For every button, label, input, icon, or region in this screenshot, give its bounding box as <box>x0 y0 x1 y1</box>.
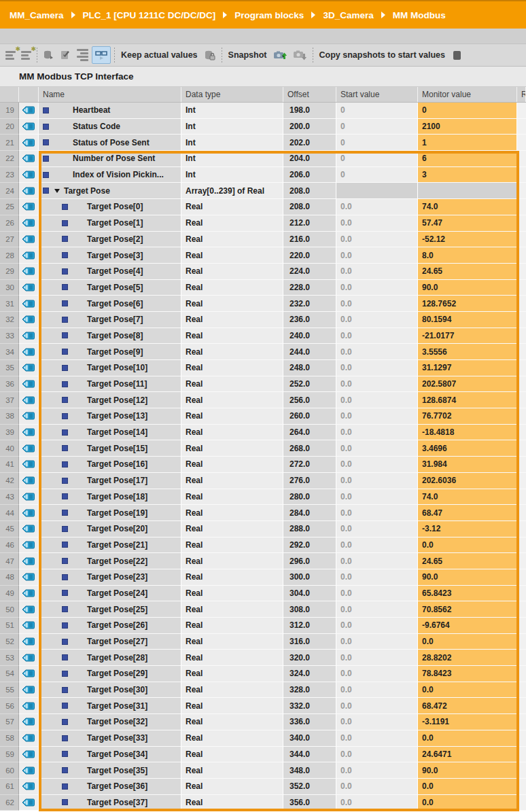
data-type-cell[interactable]: Real <box>181 553 283 569</box>
name-cell[interactable]: Target Pose[27] <box>39 634 181 650</box>
data-type-cell[interactable]: Int <box>181 167 283 183</box>
table-row[interactable]: 31Target Pose[6]Real232.00.0128.7652 <box>0 296 526 312</box>
data-type-cell[interactable]: Real <box>181 328 283 345</box>
table-row[interactable]: 21Status of Pose SentInt202.001 <box>0 135 526 151</box>
data-type-cell[interactable]: Real <box>181 199 283 215</box>
name-cell[interactable]: Target Pose[11] <box>39 376 181 393</box>
table-row[interactable]: 48Target Pose[23]Real300.00.090.0 <box>0 569 526 586</box>
table-row[interactable]: 59Target Pose[34]Real344.00.024.6471 <box>0 747 526 763</box>
start-value-cell[interactable]: 0.0 <box>336 440 418 457</box>
table-row[interactable]: 43Target Pose[18]Real280.00.074.0 <box>0 489 526 506</box>
start-value-cell[interactable]: 0.0 <box>336 473 418 489</box>
name-cell[interactable]: Target Pose[30] <box>39 682 181 699</box>
table-row[interactable]: 52Target Pose[27]Real316.00.00.0 <box>0 634 526 650</box>
header-data-type[interactable]: Data type <box>181 87 283 102</box>
name-cell[interactable]: Target Pose[28] <box>39 650 181 666</box>
table-row[interactable]: 55Target Pose[30]Real328.00.00.0 <box>0 682 526 699</box>
data-type-cell[interactable]: Int <box>181 151 283 167</box>
name-cell[interactable]: Target Pose[21] <box>39 537 181 554</box>
start-value-cell[interactable]: 0.0 <box>336 779 418 795</box>
data-type-cell[interactable]: Real <box>181 392 283 408</box>
start-value-cell[interactable]: 0 <box>336 119 418 135</box>
name-cell[interactable]: Target Pose[15] <box>39 440 181 457</box>
snapshot-up-icon[interactable] <box>271 47 290 63</box>
table-row[interactable]: 26Target Pose[1]Real212.00.057.47 <box>0 215 526 232</box>
table-row[interactable]: 50Target Pose[25]Real308.00.070.8562 <box>0 601 526 618</box>
monitor-value-cell[interactable]: 0 <box>418 103 517 119</box>
copy-snapshots-button[interactable]: Copy snapshots to start values <box>316 50 449 60</box>
data-type-cell[interactable]: Real <box>181 473 283 489</box>
monitor-value-cell[interactable]: 57.47 <box>418 215 517 232</box>
monitor-value-cell[interactable]: 2100 <box>418 119 517 135</box>
table-row[interactable]: 39Target Pose[14]Real264.00.0-18.4818 <box>0 425 526 441</box>
data-type-cell[interactable]: Real <box>181 296 283 312</box>
data-type-cell[interactable]: Real <box>181 264 283 280</box>
keep-values-db-icon[interactable] <box>202 47 218 63</box>
data-type-cell[interactable]: Real <box>181 601 283 618</box>
monitor-value-cell[interactable]: 0.0 <box>418 537 517 554</box>
name-cell[interactable]: Target Pose[1] <box>39 215 181 232</box>
start-value-cell[interactable]: 0.0 <box>336 537 418 554</box>
name-cell[interactable]: Index of Vision Pickin... <box>39 167 181 183</box>
data-type-cell[interactable]: Real <box>181 747 283 763</box>
table-row[interactable]: 57Target Pose[32]Real336.00.0-3.1191 <box>0 714 526 730</box>
data-type-cell[interactable]: Real <box>181 634 283 650</box>
monitor-value-cell[interactable]: 3 <box>418 167 517 183</box>
name-cell[interactable]: Target Pose[13] <box>39 408 181 425</box>
name-cell[interactable]: Target Pose[35] <box>39 762 181 779</box>
start-value-cell[interactable]: 0.0 <box>336 762 418 779</box>
table-row[interactable]: 41Target Pose[16]Real272.00.031.984 <box>0 457 526 473</box>
start-value-cell[interactable]: 0 <box>336 167 418 183</box>
data-type-cell[interactable]: Real <box>181 505 283 521</box>
name-cell[interactable]: Target Pose[12] <box>39 392 181 408</box>
data-type-cell[interactable]: Real <box>181 618 283 634</box>
data-type-cell[interactable]: Real <box>181 489 283 506</box>
start-value-cell[interactable]: 0.0 <box>336 232 418 248</box>
name-cell[interactable]: Status Code <box>39 119 181 135</box>
table-row[interactable]: 56Target Pose[31]Real332.00.068.472 <box>0 698 526 714</box>
monitor-value-cell[interactable]: 74.0 <box>418 489 517 506</box>
data-type-cell[interactable]: Real <box>181 698 283 714</box>
monitor-value-cell[interactable]: 3.5556 <box>418 344 517 360</box>
name-cell[interactable]: Target Pose[33] <box>39 730 181 747</box>
start-value-cell[interactable]: 0.0 <box>336 296 418 312</box>
data-type-cell[interactable]: Real <box>181 569 283 586</box>
name-cell[interactable]: Target Pose[34] <box>39 747 181 763</box>
data-type-cell[interactable]: Real <box>181 779 283 795</box>
table-row[interactable]: 54Target Pose[29]Real324.00.078.8423 <box>0 666 526 682</box>
table-row[interactable]: 27Target Pose[2]Real216.00.0-52.12 <box>0 232 526 248</box>
breadcrumb-item-db[interactable]: MM Modbus <box>393 10 446 20</box>
data-type-cell[interactable]: Real <box>181 795 283 811</box>
header-retain[interactable]: R <box>517 87 526 102</box>
start-value-cell[interactable]: 0.0 <box>336 650 418 666</box>
name-cell[interactable]: Target Pose[32] <box>39 714 181 730</box>
name-cell[interactable]: Target Pose[24] <box>39 586 181 602</box>
name-cell[interactable]: Target Pose[5] <box>39 280 181 296</box>
start-value-cell[interactable]: 0.0 <box>336 521 418 537</box>
start-value-cell[interactable]: 0.0 <box>336 312 418 328</box>
monitor-value-cell[interactable]: 1 <box>418 135 517 151</box>
start-value-cell[interactable]: 0.0 <box>336 730 418 747</box>
name-cell[interactable]: Target Pose[8] <box>39 328 181 345</box>
monitor-value-cell[interactable]: 8.0 <box>418 247 517 264</box>
start-value-cell[interactable]: 0.0 <box>336 698 418 714</box>
monitor-value-cell[interactable]: 90.0 <box>418 762 517 779</box>
header-monitor-value[interactable]: Monitor value <box>418 87 517 102</box>
table-row[interactable]: 62Target Pose[37]Real356.00.00.0 <box>0 795 526 811</box>
monitor-value-cell[interactable]: 202.5807 <box>418 376 517 393</box>
monitor-value-cell[interactable]: 78.8423 <box>418 666 517 682</box>
data-type-cell[interactable]: Real <box>181 714 283 730</box>
monitor-value-cell[interactable]: -3.12 <box>418 521 517 537</box>
table-row[interactable]: 35Target Pose[10]Real248.00.031.1297 <box>0 360 526 376</box>
start-value-cell[interactable]: 0.0 <box>336 457 418 473</box>
start-value-cell[interactable]: 0.0 <box>336 666 418 682</box>
monitor-value-cell[interactable]: 65.8423 <box>418 586 517 602</box>
table-row[interactable]: 19HeartbeatInt198.000 <box>0 103 526 119</box>
breadcrumb-item-3d-camera[interactable]: 3D_Camera <box>323 10 373 20</box>
data-type-cell[interactable]: Real <box>181 376 283 393</box>
data-type-cell[interactable]: Real <box>181 360 283 376</box>
data-type-cell[interactable]: Real <box>181 586 283 602</box>
header-offset[interactable]: Offset <box>283 87 336 102</box>
data-type-cell[interactable]: Real <box>181 730 283 747</box>
monitor-value-cell[interactable]: 3.4696 <box>418 440 517 457</box>
